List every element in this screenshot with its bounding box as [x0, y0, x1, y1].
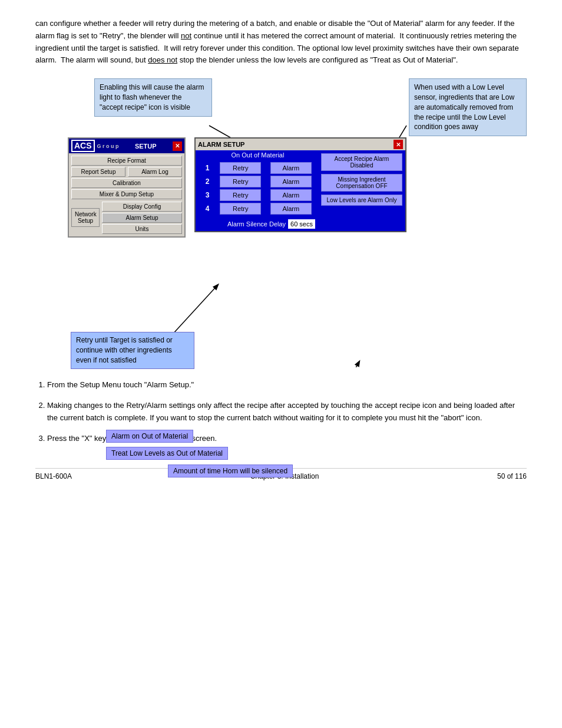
alarm-grid: 1 Retry Alarm 2 Retry Alarm 3 Retry Alar…	[196, 160, 320, 217]
alarm-row-1-alarm[interactable]: Alarm	[267, 162, 316, 174]
list-item-1-text: From the Setup Menu touch "Alarm Setup."	[47, 380, 194, 389]
acs-menu-items: Recipe Format Report Setup Alarm Log Cal…	[69, 153, 184, 202]
horn-silence-label-container: Amount of time Horn will be silenced	[168, 465, 293, 477]
low-levels-button[interactable]: Low Levels are Alarm Only	[321, 195, 402, 206]
callout-top-right: When used with a Low Level sensor, ingre…	[409, 78, 527, 136]
acs-menu-row-1: Recipe Format	[71, 156, 182, 166]
acs-bottom-row: NetworkSetup Display Config Alarm Setup …	[69, 202, 184, 236]
mixer-dump-setup-button[interactable]: Mixer & Dump Setup	[71, 189, 182, 199]
svg-line-5	[300, 361, 359, 367]
footer-right: 50 of 116	[497, 472, 527, 480]
alarm-setup-window: ALARM SETUP ✕ On Out of Material 1 Retry…	[194, 137, 406, 232]
callout-top-left-text: Enabling this will cause the alarm light…	[100, 83, 204, 111]
missing-ingredient-button[interactable]: Missing Ingredient Compensation OFF	[321, 174, 402, 192]
alarm-title-label: ALARM SETUP	[198, 141, 244, 148]
alarm-row-2-alarm[interactable]: Alarm	[267, 176, 316, 187]
retry-callout: Retry until Target is satisfied or conti…	[71, 332, 194, 368]
list-item-2: Making changes to the Retry/Alarm settin…	[47, 400, 527, 424]
acs-title-bar: ACS G r o u p SETUP ✕	[69, 139, 184, 153]
footer-left: BLN1-600A	[35, 472, 72, 480]
callout-top-right-text: When used with a Low Level sensor, ingre…	[414, 83, 514, 131]
list-item-1: From the Setup Menu touch "Alarm Setup."	[47, 379, 527, 391]
alarm-subheader-text: On Out of Material	[232, 151, 285, 159]
alarm-row-1-num: 1	[200, 162, 214, 174]
diagram-area: Enabling this will cause the alarm light…	[35, 78, 527, 367]
alarm-row-3-num: 3	[200, 189, 214, 201]
alarm-row-4-alarm[interactable]: Alarm	[267, 203, 316, 215]
alarm-silence-row: Alarm Silence Delay 60 secs	[196, 217, 320, 231]
alarm-row-1-retry[interactable]: Retry	[216, 162, 265, 174]
alarm-title-bar: ALARM SETUP ✕	[196, 139, 405, 150]
accept-recipe-alarm-button[interactable]: Accept Recipe Alarm Disabled	[321, 153, 402, 171]
alarm-close-button[interactable]: ✕	[394, 140, 403, 149]
treat-low-levels-label-container: Treat Low Levels as Out of Material	[106, 447, 228, 460]
report-setup-button[interactable]: Report Setup	[71, 167, 125, 177]
acs-menu-row-2: Report Setup Alarm Log	[71, 167, 182, 177]
acs-menu-row-3: Calibration	[71, 178, 182, 188]
alarm-row-4-retry[interactable]: Retry	[216, 203, 265, 215]
alarm-row-2-num: 2	[200, 176, 214, 187]
calibration-button[interactable]: Calibration	[71, 178, 182, 188]
alarm-row-3-alarm[interactable]: Alarm	[267, 189, 316, 201]
units-button[interactable]: Units	[102, 224, 182, 234]
acs-menu-row-4: Mixer & Dump Setup	[71, 189, 182, 199]
list-item-2-text: Making changes to the Retry/Alarm settin…	[47, 401, 515, 422]
network-setup-button[interactable]: NetworkSetup	[71, 208, 100, 227]
acs-title-label: SETUP	[119, 143, 173, 150]
acs-display-alarm-col: Display Config Alarm Setup Units	[102, 202, 182, 234]
alarm-row-4-num: 4	[200, 203, 214, 215]
alarm-setup-button[interactable]: Alarm Setup	[102, 213, 182, 223]
display-config-button[interactable]: Display Config	[102, 202, 182, 212]
retry-label-text: Retry until Target is satisfied or conti…	[76, 336, 173, 364]
alarm-log-button[interactable]: Alarm Log	[128, 167, 182, 177]
alarm-on-out-label-container: Alarm on Out of Material	[106, 430, 193, 443]
recipe-format-button[interactable]: Recipe Format	[71, 156, 182, 166]
acs-close-button[interactable]: ✕	[173, 141, 182, 151]
intro-paragraph: can configure whether a feeder will retr…	[35, 18, 527, 67]
alarm-subheader: On Out of Material	[196, 150, 320, 160]
acs-logo-group: G r o u p	[97, 143, 119, 149]
alarm-row-3-retry[interactable]: Retry	[216, 189, 265, 201]
alarm-on-out-label[interactable]: Alarm on Out of Material	[106, 430, 193, 443]
callout-top-left: Enabling this will cause the alarm light…	[94, 78, 212, 116]
horn-silence-label[interactable]: Amount of time Horn will be silenced	[168, 465, 293, 477]
acs-logo-box: ACS	[71, 140, 95, 152]
alarm-silence-value[interactable]: 60 secs	[288, 219, 315, 229]
alarm-silence-label: Alarm Silence Delay	[227, 220, 286, 228]
acs-setup-window: ACS G r o u p SETUP ✕ Recipe Format Repo…	[68, 137, 186, 238]
alarm-row-2-retry[interactable]: Retry	[216, 176, 265, 187]
acs-logo: ACS G r o u p	[71, 140, 119, 152]
treat-low-levels-label[interactable]: Treat Low Levels as Out of Material	[106, 447, 228, 460]
